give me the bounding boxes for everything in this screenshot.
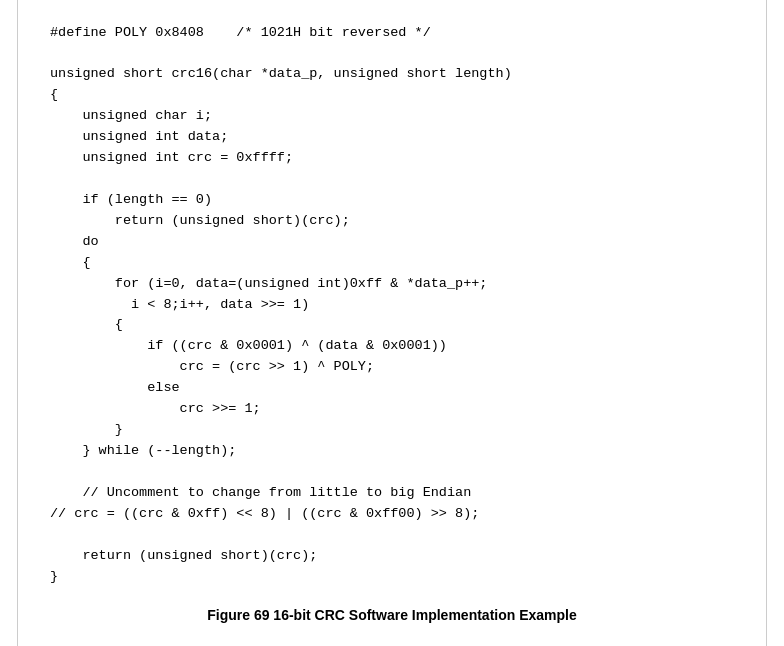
figure-caption: Figure 69 16-bit CRC Software Implementa… xyxy=(50,607,734,623)
code-block: #define POLY 0x8408 /* 1021H bit reverse… xyxy=(50,23,734,588)
code-container: #define POLY 0x8408 /* 1021H bit reverse… xyxy=(17,0,767,646)
